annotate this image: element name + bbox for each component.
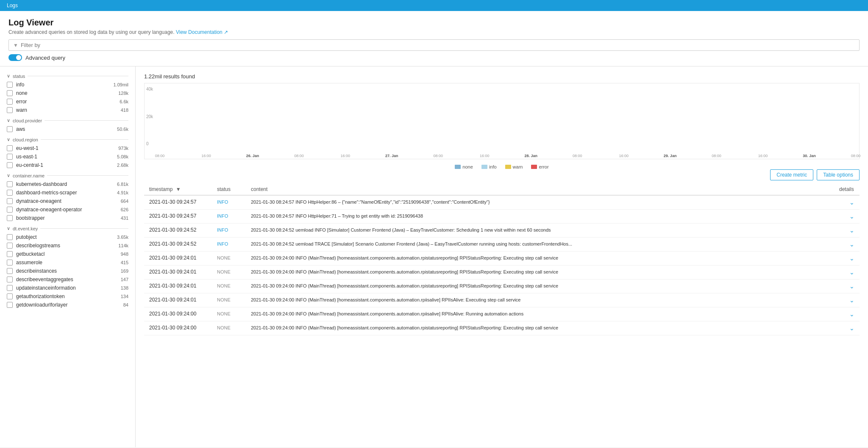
facet-item[interactable]: dashboard-metrics-scraper 4.91k [0,188,135,197]
chart-x-label: 16:00 [480,154,490,158]
facet-checkbox[interactable] [7,251,13,257]
facet-item[interactable]: getbucketacl 948 [0,250,135,258]
filter-input-wrap[interactable]: ▼ [8,39,860,51]
table-options-button[interactable]: Table options [817,169,860,180]
table-row[interactable]: 2021-01-30 09:24:01 NONE 2021-01-30 09:2… [144,252,860,265]
legend-color-icon [531,165,537,169]
cell-timestamp: 2021-01-30 09:24:52 [144,224,212,238]
facet-header-container.name[interactable]: ∨ container.name [0,171,135,180]
legend-item-info: info [481,164,497,169]
facet-item[interactable]: dynatrace-oneagent-operator 626 [0,205,135,214]
facet-count: 128k [118,91,128,96]
facet-count: 415 [121,260,128,265]
cell-status: NONE [212,265,246,279]
cell-content: 2021-01-30 09:24:00 INFO (MainThread) [h… [246,265,834,279]
cell-status: NONE [212,279,246,293]
chart-x-label: 08:00 [573,154,582,158]
facet-item[interactable]: info 1.09mil [0,80,135,89]
doc-link[interactable]: View Documentation ↗ [176,29,228,35]
facet-checkbox[interactable] [7,285,13,291]
facet-header-status[interactable]: ∨ status [0,72,135,80]
facet-checkbox[interactable] [7,90,13,96]
table-row[interactable]: 2021-01-30 09:24:01 NONE 2021-01-30 09:2… [144,293,860,307]
facet-item[interactable]: error 6.6k [0,97,135,106]
facet-checkbox[interactable] [7,99,13,105]
chart-bars-area[interactable] [160,87,856,146]
facet-checkbox[interactable] [7,293,13,299]
facet-checkbox[interactable] [7,277,13,282]
table-row[interactable]: 2021-01-30 09:24:00 NONE 2021-01-30 09:2… [144,307,860,321]
chart-x-label: 28. Jan [524,154,537,158]
facet-checkbox[interactable] [7,107,13,113]
table-row[interactable]: 2021-01-30 09:24:01 NONE 2021-01-30 09:2… [144,279,860,293]
facet-checkbox[interactable] [7,154,13,160]
facet-checkbox[interactable] [7,162,13,168]
facet-item[interactable]: getdownloadurlforlayer 84 [0,301,135,309]
expand-row-button[interactable]: ⌄ [849,325,854,332]
facet-item[interactable]: none 128k [0,89,135,97]
facet-header-dt.event.key[interactable]: ∨ dt.event.key [0,224,135,233]
expand-row-button[interactable]: ⌄ [849,227,854,234]
header-section: Log Viewer Create advanced queries on st… [0,11,868,66]
chart-x-label: 08:00 [294,154,304,158]
expand-row-button[interactable]: ⌄ [849,199,854,206]
expand-row-button[interactable]: ⌄ [849,255,854,262]
facet-item[interactable]: putobject 3.65k [0,233,135,241]
facet-item[interactable]: aws 50.6k [0,125,135,133]
facet-label: dashboard-metrics-scraper [16,190,114,196]
table-row[interactable]: 2021-01-30 09:24:00 NONE 2021-01-30 09:2… [144,321,860,335]
facet-checkbox[interactable] [7,198,13,204]
facet-item[interactable]: warn 418 [0,106,135,114]
expand-row-button[interactable]: ⌄ [849,269,854,276]
facet-item[interactable]: us-east-1 5.08k [0,152,135,161]
expand-row-button[interactable]: ⌄ [849,213,854,220]
facet-item[interactable]: bootstrapper 431 [0,214,135,222]
facet-item[interactable]: describeeventaggregates 147 [0,275,135,284]
col-status: status [212,184,246,195]
facet-label: eu-west-1 [16,145,115,151]
facet-checkbox[interactable] [7,82,13,88]
facet-label: describelogstreams [16,243,115,249]
facet-checkbox[interactable] [7,234,13,240]
facet-checkbox[interactable] [7,260,13,265]
facet-checkbox[interactable] [7,302,13,308]
facet-header-cloud.provider[interactable]: ∨ cloud.provider [0,116,135,125]
table-row[interactable]: 2021-01-30 09:24:01 NONE 2021-01-30 09:2… [144,265,860,279]
create-metric-button[interactable]: Create metric [770,169,813,180]
facet-item[interactable]: updateinstanceinformation 138 [0,284,135,292]
expand-row-button[interactable]: ⌄ [849,241,854,248]
expand-row-button[interactable]: ⌄ [849,311,854,318]
facet-header-cloud.region[interactable]: ∨ cloud.region [0,135,135,144]
facet-checkbox[interactable] [7,243,13,249]
facet-checkbox[interactable] [7,145,13,151]
facet-item[interactable]: eu-central-1 2.68k [0,161,135,169]
facet-count: 1.09mil [114,82,128,87]
facet-item[interactable]: getauthorizationtoken 134 [0,292,135,301]
facet-checkbox[interactable] [7,268,13,274]
facet-checkbox[interactable] [7,207,13,213]
expand-row-button[interactable]: ⌄ [849,297,854,304]
facet-item[interactable]: assumerole 415 [0,258,135,267]
facet-item[interactable]: eu-west-1 973k [0,144,135,152]
col-timestamp[interactable]: timestamp ▼ [144,184,212,195]
facet-checkbox[interactable] [7,126,13,132]
facet-item[interactable]: dynatrace-oneagent 664 [0,197,135,205]
facet-checkbox[interactable] [7,181,13,187]
filter-input[interactable] [21,42,855,48]
facet-item[interactable]: describelogstreams 114k [0,241,135,250]
expand-row-button[interactable]: ⌄ [849,283,854,290]
table-row[interactable]: 2021-01-30 09:24:57 INFO 2021-01-30 08:2… [144,210,860,224]
facet-item[interactable]: describeinstances 169 [0,267,135,275]
table-row[interactable]: 2021-01-30 09:24:57 INFO 2021-01-30 08:2… [144,195,860,210]
facet-label: getauthorizationtoken [16,293,117,299]
table-row[interactable]: 2021-01-30 09:24:52 INFO 2021-01-30 08:2… [144,238,860,252]
facet-checkbox[interactable] [7,215,13,221]
facet-checkbox[interactable] [7,190,13,196]
facet-item[interactable]: kubernetes-dashboard 6.81k [0,180,135,188]
table-row[interactable]: 2021-01-30 09:24:52 INFO 2021-01-30 08:2… [144,224,860,238]
advanced-query-toggle[interactable] [8,54,22,61]
cell-content: 2021-01-30 09:24:00 INFO (MainThread) [h… [246,307,834,321]
chart-x-label: 27. Jan [385,154,398,158]
facet-count: 2.68k [117,163,128,168]
chart-x-label: 08:00 [434,154,443,158]
